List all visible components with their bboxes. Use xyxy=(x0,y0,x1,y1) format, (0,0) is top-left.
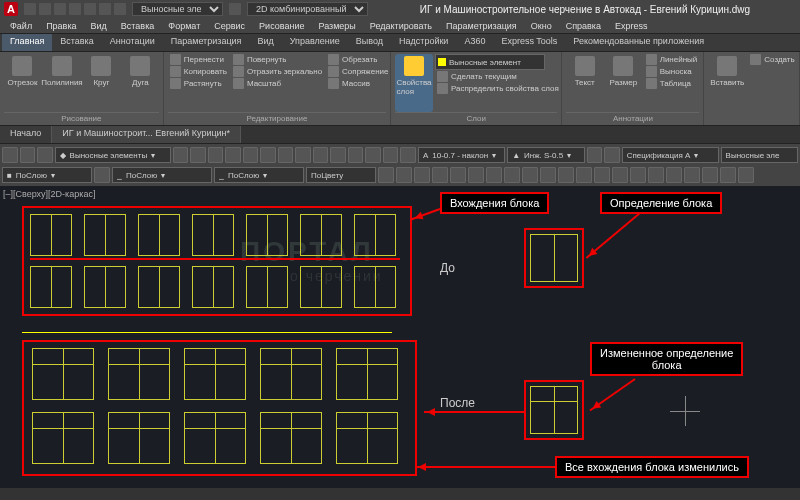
menu-tools[interactable]: Сервис xyxy=(208,18,251,33)
toolbar-button[interactable] xyxy=(330,147,346,163)
copy-button[interactable]: Копировать xyxy=(168,66,229,77)
menu-express[interactable]: Express xyxy=(609,18,654,33)
menu-param[interactable]: Параметризация xyxy=(440,18,523,33)
toolbar-button[interactable] xyxy=(604,147,620,163)
app-logo[interactable]: A xyxy=(4,2,18,16)
qat-icon[interactable] xyxy=(229,3,241,15)
toolbar-button[interactable] xyxy=(313,147,329,163)
menu-view[interactable]: Вид xyxy=(85,18,113,33)
toolbar-button[interactable] xyxy=(173,147,189,163)
ribbon-tab-view[interactable]: Вид xyxy=(249,34,281,51)
toolbar-button[interactable] xyxy=(348,147,364,163)
doctab-start[interactable]: Начало xyxy=(0,126,52,143)
menu-window[interactable]: Окно xyxy=(525,18,558,33)
menu-dimension[interactable]: Размеры xyxy=(312,18,361,33)
toolbar-button[interactable] xyxy=(630,167,646,183)
titlebar-combo-2[interactable]: 2D комбинированный xyxy=(247,2,368,16)
menu-format[interactable]: Формат xyxy=(162,18,206,33)
toolbar-button[interactable] xyxy=(2,147,18,163)
ribbon-tab-a360[interactable]: A360 xyxy=(456,34,493,51)
toolbar-button[interactable] xyxy=(365,147,381,163)
tablestyle-combo[interactable]: Спецификация А▾ xyxy=(622,147,719,163)
toolbar-button[interactable] xyxy=(738,167,754,183)
toolbar-button[interactable] xyxy=(666,167,682,183)
line-button[interactable]: Отрезок xyxy=(4,54,41,112)
toolbar-button[interactable] xyxy=(432,167,448,183)
plotstyle-combo[interactable]: ПоЦвету xyxy=(306,167,376,183)
toolbar-button[interactable] xyxy=(522,167,538,183)
drawing-canvas[interactable]: [–][Сверху][2D-каркас] ПОРТАЛ о черчении… xyxy=(0,186,800,488)
qat-icon[interactable] xyxy=(114,3,126,15)
toolbar-button[interactable] xyxy=(702,167,718,183)
textstyle-combo[interactable]: A 10-0.7 - наклон▾ xyxy=(418,147,505,163)
qat-icon[interactable] xyxy=(84,3,96,15)
qat-icon[interactable] xyxy=(54,3,66,15)
trim-button[interactable]: Обрезать xyxy=(326,54,390,65)
array-button[interactable]: Массив xyxy=(326,78,390,89)
layer-combo[interactable]: ◆Выносные элементы▾ xyxy=(55,147,171,163)
toolbar-button[interactable] xyxy=(260,147,276,163)
toolbar-button[interactable] xyxy=(720,167,736,183)
toolbar-button[interactable] xyxy=(37,147,53,163)
qat-icon[interactable] xyxy=(99,3,111,15)
toolbar-button[interactable] xyxy=(383,147,399,163)
rotate-button[interactable]: Повернуть xyxy=(231,54,324,65)
toolbar-button[interactable] xyxy=(504,167,520,183)
qat-icon[interactable] xyxy=(39,3,51,15)
stretch-button[interactable]: Растянуть xyxy=(168,78,229,89)
toolbar-button[interactable] xyxy=(486,167,502,183)
menu-edit[interactable]: Правка xyxy=(40,18,82,33)
qat-icon[interactable] xyxy=(69,3,81,15)
menu-modify[interactable]: Редактировать xyxy=(364,18,438,33)
text-button[interactable]: Текст xyxy=(566,54,603,112)
fillet-button[interactable]: Сопряжение xyxy=(326,66,390,77)
make-current-button[interactable]: Сделать текущим xyxy=(435,71,561,82)
ribbon-tab-manage[interactable]: Управление xyxy=(282,34,348,51)
menu-help[interactable]: Справка xyxy=(560,18,607,33)
linear-button[interactable]: Линейный xyxy=(644,54,700,65)
leader-button[interactable]: Выноска xyxy=(644,66,700,77)
arc-button[interactable]: Дуга xyxy=(122,54,159,112)
toolbar-button[interactable] xyxy=(468,167,484,183)
toolbar-button[interactable] xyxy=(414,167,430,183)
toolbar-button[interactable] xyxy=(684,167,700,183)
ribbon-tab-insert[interactable]: Вставка xyxy=(52,34,101,51)
move-button[interactable]: Перенести xyxy=(168,54,229,65)
toolbar-button[interactable] xyxy=(20,147,36,163)
toolbar-button[interactable] xyxy=(612,167,628,183)
toolbar-button[interactable] xyxy=(587,147,603,163)
ribbon-tab-home[interactable]: Главная xyxy=(2,34,52,51)
viewcube-label[interactable]: [–][Сверху][2D-каркас] xyxy=(3,189,95,199)
toolbar-button[interactable] xyxy=(576,167,592,183)
toolbar-button[interactable] xyxy=(450,167,466,183)
toolbar-button[interactable] xyxy=(400,147,416,163)
ribbon-tab-param[interactable]: Параметризация xyxy=(163,34,250,51)
polyline-button[interactable]: Полилиния xyxy=(43,54,81,112)
create-button[interactable]: Создать xyxy=(748,54,796,65)
ribbon-tab-express[interactable]: Express Tools xyxy=(493,34,565,51)
ribbon-tab-annotate[interactable]: Аннотации xyxy=(102,34,163,51)
toolbar-button[interactable] xyxy=(94,167,110,183)
toolbar-button[interactable] xyxy=(594,167,610,183)
menu-insert[interactable]: Вставка xyxy=(115,18,160,33)
menu-draw[interactable]: Рисование xyxy=(253,18,310,33)
ribbon-tab-output[interactable]: Вывод xyxy=(348,34,391,51)
doctab-current[interactable]: ИГ и Машиностроит... Евгений Курицин* xyxy=(52,126,241,143)
qat-icon[interactable] xyxy=(24,3,36,15)
ribbon-tab-addins[interactable]: Надстройки xyxy=(391,34,456,51)
layer-props-button[interactable]: Свойства слоя xyxy=(395,54,433,112)
toolbar-button[interactable] xyxy=(540,167,556,183)
toolbar-button[interactable] xyxy=(208,147,224,163)
titlebar-combo-1[interactable]: Выносные эле xyxy=(132,2,223,16)
extlines-combo[interactable]: Выносные эле xyxy=(721,147,799,163)
lineweight-combo[interactable]: ⎯ ПоСлою▾ xyxy=(214,167,304,183)
ribbon-tab-apps[interactable]: Рекомендованные приложения xyxy=(565,34,712,51)
toolbar-button[interactable] xyxy=(648,167,664,183)
toolbar-button[interactable] xyxy=(243,147,259,163)
dimension-button[interactable]: Размер xyxy=(605,54,642,112)
toolbar-button[interactable] xyxy=(378,167,394,183)
toolbar-button[interactable] xyxy=(295,147,311,163)
insert-button[interactable]: Вставить xyxy=(708,54,746,123)
dimstyle-combo[interactable]: ▲ Инж. S-0.5▾ xyxy=(507,147,585,163)
toolbar-button[interactable] xyxy=(190,147,206,163)
